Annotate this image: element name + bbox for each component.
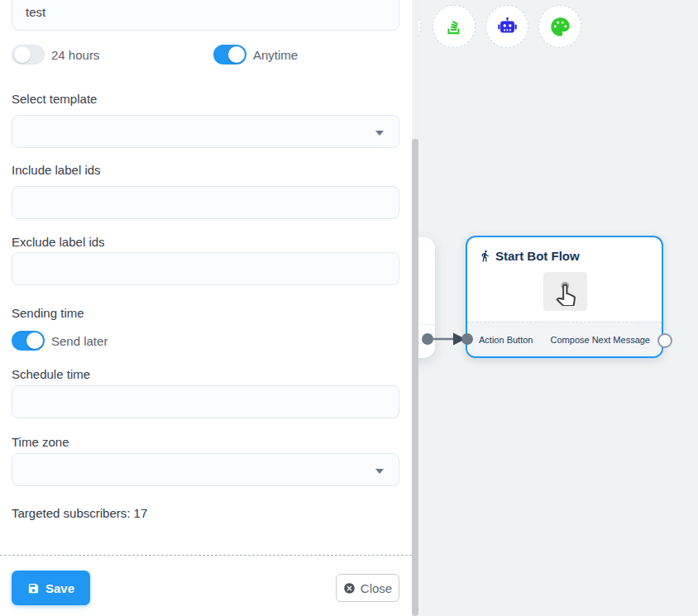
toggle-knob xyxy=(26,332,43,349)
include-label-ids-input[interactable] xyxy=(12,186,399,219)
toolbar-button-sequence[interactable] xyxy=(433,5,476,48)
palette-icon xyxy=(549,16,571,38)
node-body-placeholder[interactable] xyxy=(543,272,587,311)
close-button[interactable]: Close xyxy=(336,574,399,602)
node-header: Start Bot Flow xyxy=(479,249,580,263)
node-output-connector[interactable] xyxy=(657,333,672,348)
panel-scrollbar-track[interactable] xyxy=(412,0,418,616)
toggle-knob xyxy=(14,46,31,63)
flow-builder-canvas[interactable]: Start Bot Flow Action Button Compose Nex… xyxy=(418,0,698,616)
select-template-label: Select template xyxy=(12,93,97,106)
save-button-label: Save xyxy=(45,581,74,595)
close-button-label: Close xyxy=(361,581,392,595)
targeted-subscribers-text: Targeted subscribers: 17 xyxy=(12,506,147,520)
node-title: Start Bot Flow xyxy=(495,249,580,263)
time-zone-select[interactable] xyxy=(12,453,399,486)
caret-down-icon xyxy=(375,469,384,474)
tap-cursor-icon xyxy=(552,278,580,306)
include-label-ids-label: Include label ids xyxy=(12,164,101,177)
caret-down-icon xyxy=(375,131,384,136)
campaign-name-input[interactable] xyxy=(12,0,399,31)
campaign-settings-panel: 24 hours Anytime Select template Include… xyxy=(0,0,412,616)
node-footer-action-button-label[interactable]: Action Button xyxy=(479,335,533,345)
robot-icon xyxy=(496,16,519,38)
sending-time-label: Sending time xyxy=(12,307,84,320)
node-footer: Action Button Compose Next Message xyxy=(467,322,662,356)
toolbar-button-bot[interactable] xyxy=(485,5,528,48)
anytime-label: Anytime xyxy=(253,48,298,62)
footer-divider xyxy=(0,555,412,556)
start-bot-flow-node[interactable]: Start Bot Flow Action Button Compose Nex… xyxy=(466,236,663,358)
toolbar-circle-partial[interactable] xyxy=(418,5,421,48)
toolbar-button-design[interactable] xyxy=(538,5,581,48)
template-select[interactable] xyxy=(12,115,399,148)
anytime-toggle[interactable] xyxy=(213,45,246,64)
24-hours-label: 24 hours xyxy=(51,48,99,62)
stack-icon xyxy=(443,16,465,37)
hidden-node-footer-divider xyxy=(418,324,435,325)
send-later-toggle[interactable] xyxy=(12,331,45,351)
save-icon xyxy=(27,582,40,595)
exclude-label-ids-label: Exclude label ids xyxy=(12,236,105,249)
time-zone-label: Time zone xyxy=(12,436,69,449)
24-hours-toggle[interactable] xyxy=(12,45,45,64)
node-footer-compose-label[interactable]: Compose Next Message xyxy=(551,335,650,345)
close-circle-icon xyxy=(343,582,356,595)
schedule-time-input[interactable] xyxy=(12,385,399,418)
schedule-time-label: Schedule time xyxy=(12,368,90,381)
exclude-label-ids-input[interactable] xyxy=(12,252,399,285)
save-button[interactable]: Save xyxy=(12,571,90,605)
flow-edge xyxy=(418,327,478,351)
panel-scrollbar-thumb[interactable] xyxy=(412,139,418,616)
toggle-knob xyxy=(228,46,245,63)
send-later-label: Send later xyxy=(51,334,108,348)
walking-person-icon xyxy=(479,250,491,262)
